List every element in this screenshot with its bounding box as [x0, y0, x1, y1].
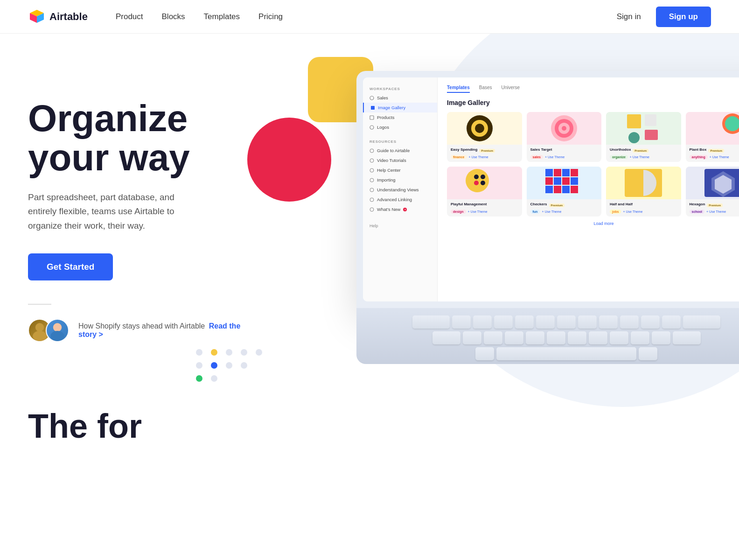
svg-rect-39	[562, 169, 570, 176]
card-info-unorthodox: Unorthodox Premium organize + Use Theme	[606, 145, 681, 162]
card-info-half-half: Half and Half jobs + Use Theme	[606, 199, 681, 217]
sidebar-image-gallery[interactable]: Image Gallery	[363, 103, 437, 112]
key	[463, 331, 481, 344]
key	[599, 315, 618, 329]
tab-universe[interactable]: Universe	[502, 85, 520, 93]
card-title: Half and Half	[610, 202, 633, 206]
use-theme[interactable]: + Use Theme	[623, 210, 642, 213]
card-tags: school + Use Theme	[690, 210, 739, 214]
gallery-card-sales-target: Sales Target sales + Use Theme	[527, 112, 602, 162]
tab-templates[interactable]: Templates	[447, 85, 470, 93]
card-tags: fun + Use Theme	[530, 210, 598, 214]
card-tags: finance + Use Theme	[451, 155, 518, 159]
svg-point-8	[370, 96, 374, 100]
svg-point-14	[370, 168, 374, 172]
card-info-easy-spending: Easy Spending Premium finance + Use Them…	[447, 145, 522, 162]
gallery-card-half-half: Half and Half jobs + Use Theme	[606, 167, 681, 217]
card-img-sales-target	[527, 112, 602, 145]
svg-point-33	[474, 175, 479, 179]
sidebar-whats-new[interactable]: What's New •	[363, 204, 437, 214]
card-title: Playful Management	[451, 202, 487, 206]
card-title: Unorthodox	[610, 147, 631, 152]
key	[589, 331, 607, 344]
card-info-hexagon: Hexagon Premium school + Use Theme	[686, 199, 739, 217]
key	[620, 315, 639, 329]
sidebar-help-center[interactable]: Help Center	[363, 165, 437, 175]
svg-point-34	[481, 175, 485, 179]
svg-rect-29	[645, 130, 658, 140]
svg-rect-27	[645, 114, 656, 126]
key	[673, 331, 701, 344]
sidebar-advanced[interactable]: Advanced Linking	[363, 195, 437, 204]
signin-link[interactable]: Sign in	[617, 12, 641, 21]
tag: anything	[690, 155, 708, 159]
get-started-button[interactable]: Get Started	[28, 253, 113, 280]
tag: sales	[530, 155, 544, 159]
use-theme[interactable]: + Use Theme	[469, 155, 488, 159]
svg-rect-41	[545, 177, 553, 185]
key	[412, 315, 450, 329]
use-theme[interactable]: + Use Theme	[545, 155, 565, 159]
tag: design	[451, 210, 466, 214]
nav-blocks[interactable]: Blocks	[162, 12, 185, 21]
use-theme[interactable]: + Use Theme	[630, 155, 649, 159]
brand-name: Airtable	[49, 11, 88, 23]
svg-point-6	[53, 323, 62, 332]
key	[683, 315, 720, 329]
card-info-plant-box: Plant Box Premium anything + Use Theme	[686, 145, 739, 162]
svg-rect-9	[371, 106, 375, 110]
use-theme[interactable]: + Use Theme	[706, 210, 726, 213]
card-info-sales-target: Sales Target sales + Use Theme	[527, 145, 602, 162]
tag: finance	[451, 155, 467, 159]
sidebar-video[interactable]: Video Tutorials	[363, 155, 437, 165]
sidebar-understanding[interactable]: Understanding Views	[363, 185, 437, 195]
svg-rect-48	[571, 186, 578, 193]
gallery-card-unorthodox: Unorthodox Premium organize + Use Theme	[606, 112, 681, 162]
use-theme[interactable]: + Use Theme	[710, 155, 729, 159]
logo[interactable]: Airtable	[28, 8, 88, 26]
sidebar-products[interactable]: Products	[363, 112, 437, 122]
use-theme[interactable]: + Use Theme	[468, 210, 488, 213]
laptop-screen: WORKSPACES Sales Image Gallery Products	[356, 71, 739, 308]
key	[473, 315, 492, 329]
svg-point-32	[466, 169, 489, 192]
use-theme[interactable]: + Use Theme	[542, 210, 561, 213]
navigation: Airtable Product Blocks Templates Pricin…	[0, 0, 739, 34]
gallery-card-plant-box: Plant Box Premium anything + Use Theme	[686, 112, 739, 162]
nav-pricing[interactable]: Pricing	[258, 12, 283, 21]
load-more-button[interactable]: Load more	[447, 217, 739, 231]
key	[494, 315, 513, 329]
gallery-title: Image Gallery	[447, 99, 739, 106]
sidebar-help[interactable]: Help	[363, 214, 437, 236]
signup-button[interactable]: Sign up	[656, 7, 711, 27]
gallery-card-hexagon: Hexagon Premium school + Use Theme	[686, 167, 739, 217]
hero-section: Organize your way Part spreadsheet, part…	[0, 34, 739, 435]
key	[568, 331, 586, 344]
gallery-card-playful-mgmt: Playful Management design + Use Theme	[447, 167, 522, 217]
tag: organize	[610, 155, 628, 159]
social-proof: How Shopify stays ahead with Airtable Re…	[28, 319, 252, 342]
key	[557, 315, 576, 329]
bottom-teaser-text: The for	[28, 407, 711, 445]
card-tags: design + Use Theme	[451, 210, 518, 214]
nav-templates[interactable]: Templates	[204, 12, 240, 21]
nav-product[interactable]: Product	[116, 12, 143, 21]
key	[610, 331, 628, 344]
sidebar-importing[interactable]: Importing	[363, 175, 437, 185]
sidebar-logos[interactable]: Logos	[363, 122, 437, 132]
spacebar-key	[496, 347, 636, 360]
svg-rect-47	[562, 186, 570, 193]
card-img-hexagon	[686, 167, 739, 199]
sidebar-sales[interactable]: Sales	[363, 93, 437, 103]
svg-point-21	[475, 124, 484, 133]
card-title: Plant Box	[690, 147, 707, 152]
sidebar-resources-label: RESOURCES	[363, 137, 437, 146]
tab-bases[interactable]: Bases	[479, 85, 492, 93]
svg-point-7	[50, 331, 64, 341]
card-img-easy-spending	[447, 112, 522, 145]
nav-right: Sign in Sign up	[617, 7, 711, 27]
svg-point-4	[35, 323, 44, 332]
svg-point-12	[370, 149, 374, 153]
hero-content: Organize your way Part spreadsheet, part…	[28, 62, 252, 435]
sidebar-guide[interactable]: Guide to Airtable	[363, 146, 437, 155]
